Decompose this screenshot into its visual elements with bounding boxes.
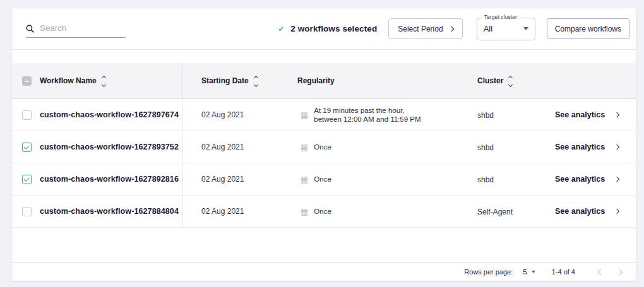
see-analytics-link[interactable]: See analytics bbox=[544, 175, 636, 184]
column-workflow-name: Workflow Name bbox=[40, 75, 182, 86]
target-cluster-value: All bbox=[484, 24, 492, 33]
cluster-name: shbd bbox=[477, 111, 494, 120]
table-row: custom-chaos-workflow-1627893752 02 Aug … bbox=[12, 131, 636, 163]
rows-per-page-value: 5 bbox=[523, 268, 527, 276]
select-period-label: Select Period bbox=[398, 25, 443, 33]
chevron-right-icon bbox=[614, 177, 619, 182]
calendar-icon bbox=[301, 143, 308, 151]
see-analytics-label: See analytics bbox=[555, 110, 605, 119]
starting-date: 02 Aug 2021 bbox=[201, 110, 244, 119]
see-analytics-link[interactable]: See analytics bbox=[544, 207, 636, 216]
table-row: custom-chaos-workflow-1627897674 02 Aug … bbox=[12, 99, 636, 131]
cluster-name: shbd bbox=[477, 175, 494, 184]
sort-cluster[interactable] bbox=[509, 75, 512, 86]
compare-workflows-button[interactable]: Compare workflows bbox=[547, 18, 629, 39]
see-analytics-link[interactable]: See analytics bbox=[544, 143, 636, 151]
row-checkbox-checked[interactable] bbox=[22, 175, 32, 184]
caret-down-icon bbox=[523, 27, 528, 30]
regularity-line1: Once bbox=[314, 175, 331, 184]
column-cluster: Cluster bbox=[466, 75, 544, 86]
calendar-icon bbox=[301, 175, 308, 184]
table-row: custom-chaos-workflow-1627892816 02 Aug … bbox=[12, 163, 636, 196]
next-page-button[interactable] bbox=[612, 264, 627, 279]
regularity-line1: Once bbox=[314, 143, 331, 151]
regularity-text: Once bbox=[314, 175, 331, 184]
compare-workflows-label: Compare workflows bbox=[555, 25, 621, 33]
target-cluster-label: Target cluster bbox=[482, 14, 520, 20]
column-workflow-name-label: Workflow Name bbox=[40, 76, 97, 85]
previous-page-button[interactable] bbox=[593, 264, 608, 279]
regularity-line1: At 19 minutes past the hour, bbox=[314, 106, 420, 115]
table-row: custom-chaos-workflow-1627884804 02 Aug … bbox=[12, 196, 636, 228]
regularity-line1: Once bbox=[314, 207, 331, 216]
column-regularity-label: Regularity bbox=[297, 76, 335, 85]
select-all-checkbox[interactable] bbox=[22, 76, 32, 86]
workflow-name: custom-chaos-workflow-1627893752 bbox=[40, 143, 182, 151]
starting-date: 02 Aug 2021 bbox=[201, 143, 244, 151]
sort-starting-date[interactable] bbox=[254, 75, 258, 86]
workflow-name: custom-chaos-workflow-1627897674 bbox=[40, 110, 182, 119]
regularity-text: Once bbox=[314, 207, 331, 216]
rows-per-page-select[interactable]: 5 bbox=[523, 268, 535, 276]
selection-summary: ✓ 2 workflows selected bbox=[278, 24, 377, 33]
chevron-right-icon bbox=[448, 26, 453, 31]
row-checkbox[interactable] bbox=[22, 110, 32, 120]
see-analytics-link[interactable]: See analytics bbox=[544, 110, 636, 119]
table-header: Workflow Name Starting Date Regularity C… bbox=[12, 63, 636, 99]
column-starting-date-label: Starting Date bbox=[201, 76, 249, 85]
search-field[interactable] bbox=[26, 23, 126, 38]
target-cluster-select[interactable]: Target cluster All bbox=[477, 18, 535, 40]
rows-per-page-label: Rows per page: bbox=[464, 268, 513, 276]
regularity-text: Once bbox=[314, 143, 331, 151]
sort-workflow-name[interactable] bbox=[102, 75, 105, 86]
table-footer: Rows per page: 5 1-4 of 4 bbox=[12, 262, 636, 281]
check-icon: ✓ bbox=[278, 25, 284, 33]
caret-down-icon bbox=[532, 271, 535, 273]
workflows-panel: ✓ 2 workflows selected Select Period Tar… bbox=[11, 8, 636, 281]
toolbar: ✓ 2 workflows selected Select Period Tar… bbox=[12, 8, 636, 50]
regularity-text: At 19 minutes past the hour, between 12:… bbox=[314, 106, 420, 124]
select-period-button[interactable]: Select Period bbox=[388, 18, 462, 39]
column-starting-date: Starting Date bbox=[182, 63, 294, 98]
chevron-right-icon bbox=[614, 209, 619, 214]
row-checkbox[interactable] bbox=[22, 207, 32, 216]
selection-summary-text: 2 workflows selected bbox=[290, 24, 377, 33]
starting-date: 02 Aug 2021 bbox=[201, 207, 244, 216]
cluster-name: shbd bbox=[477, 143, 494, 152]
chevron-right-icon bbox=[614, 144, 619, 149]
chevron-right-icon bbox=[614, 112, 619, 117]
chevron-left-icon bbox=[597, 269, 604, 275]
calendar-icon bbox=[301, 111, 308, 119]
row-checkbox-checked[interactable] bbox=[22, 143, 32, 152]
see-analytics-label: See analytics bbox=[555, 143, 605, 151]
cluster-name: Self-Agent bbox=[477, 208, 513, 216]
see-analytics-label: See analytics bbox=[555, 207, 605, 216]
column-cluster-label: Cluster bbox=[477, 76, 503, 85]
pagination-range: 1-4 of 4 bbox=[552, 268, 575, 276]
regularity-line2: between 12:00 AM and 11:59 PM bbox=[314, 115, 420, 124]
column-regularity: Regularity bbox=[294, 76, 466, 85]
see-analytics-label: See analytics bbox=[555, 175, 605, 184]
workflow-name: custom-chaos-workflow-1627884804 bbox=[40, 207, 182, 216]
starting-date: 02 Aug 2021 bbox=[201, 175, 244, 184]
search-icon bbox=[26, 25, 34, 33]
chevron-right-icon bbox=[616, 269, 623, 275]
search-input[interactable] bbox=[40, 23, 116, 33]
workflow-name: custom-chaos-workflow-1627892816 bbox=[40, 175, 182, 184]
calendar-icon bbox=[301, 208, 308, 216]
